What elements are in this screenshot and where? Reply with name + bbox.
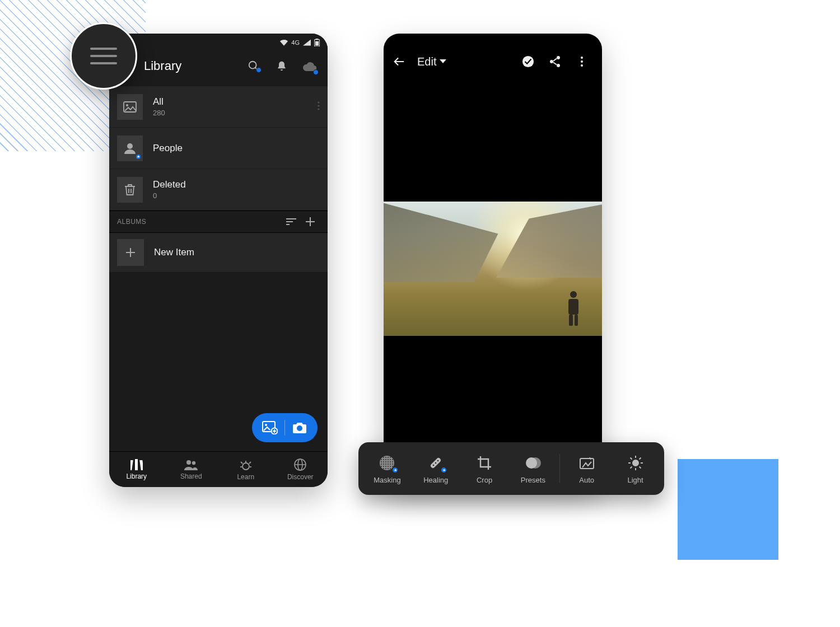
svg-rect-26 <box>130 460 133 470</box>
edit-canvas[interactable] <box>384 78 602 487</box>
image-icon <box>117 94 143 120</box>
svg-point-58 <box>530 457 541 469</box>
library-header: Library <box>109 49 328 83</box>
svg-point-60 <box>633 460 638 466</box>
cloud-icon[interactable] <box>298 55 321 77</box>
svg-rect-28 <box>139 460 143 470</box>
notification-dot <box>256 67 262 73</box>
nav-library[interactable]: Library <box>109 452 164 487</box>
status-bar: 4G <box>109 34 328 49</box>
edit-toolbar: Masking Healing Crop Presets Auto Light <box>358 442 664 495</box>
signal-icon <box>303 39 311 46</box>
tool-masking[interactable]: Masking <box>363 453 412 484</box>
fab-divider <box>284 420 285 436</box>
row-label: People <box>153 143 183 154</box>
tool-presets[interactable]: Presets <box>508 453 557 484</box>
crop-icon <box>475 453 494 472</box>
svg-line-34 <box>249 462 251 464</box>
tool-crop[interactable]: Crop <box>460 453 509 484</box>
tool-label: Crop <box>477 476 492 484</box>
edit-header: Edit <box>384 45 602 78</box>
hamburger-menu-button[interactable] <box>70 22 137 90</box>
svg-point-10 <box>127 143 133 149</box>
more-icon[interactable] <box>571 57 593 67</box>
deleted-row[interactable]: Deleted 0 <box>109 169 328 210</box>
more-icon[interactable] <box>318 101 320 113</box>
hamburger-icon <box>90 48 117 64</box>
new-item-row[interactable]: New Item <box>109 233 328 272</box>
camera-icon[interactable] <box>287 415 312 440</box>
light-icon <box>626 453 645 472</box>
search-icon[interactable] <box>242 55 265 77</box>
nav-label: Library <box>126 472 147 480</box>
sync-dot <box>313 69 319 75</box>
masking-icon <box>377 453 396 472</box>
approve-icon[interactable] <box>517 55 539 68</box>
tool-healing[interactable]: Healing <box>412 453 460 484</box>
photo-preview <box>384 202 602 336</box>
svg-point-49 <box>581 64 583 67</box>
svg-rect-1 <box>316 39 319 40</box>
tool-label: Healing <box>423 476 448 484</box>
svg-line-45 <box>553 59 557 62</box>
tool-auto[interactable]: Auto <box>562 453 611 484</box>
row-label: Deleted <box>153 179 186 190</box>
svg-point-56 <box>437 460 439 461</box>
back-icon[interactable] <box>393 55 413 68</box>
wifi-icon <box>280 39 288 46</box>
sort-icon[interactable] <box>282 218 301 226</box>
people-row[interactable]: ★ People <box>109 128 328 169</box>
add-image-icon[interactable] <box>258 415 282 440</box>
row-label: All <box>153 96 165 107</box>
library-folders: All 280 ★ People <box>109 86 328 210</box>
all-photos-row[interactable]: All 280 <box>109 86 328 128</box>
decorative-blue-square <box>678 459 778 560</box>
svg-rect-2 <box>315 41 319 46</box>
tool-label: Auto <box>579 476 594 484</box>
share-icon[interactable] <box>544 55 566 68</box>
svg-line-66 <box>639 466 641 468</box>
library-screen: 4G Library All <box>109 34 328 487</box>
svg-point-9 <box>318 108 319 110</box>
svg-point-6 <box>126 104 128 106</box>
svg-point-25 <box>297 425 302 431</box>
svg-point-7 <box>318 101 319 103</box>
nav-label: Shared <box>180 472 202 480</box>
add-photo-fab[interactable] <box>252 413 318 442</box>
edit-title: Edit <box>417 55 436 68</box>
trash-icon <box>117 177 143 203</box>
edit-screen: Edit <box>384 34 602 487</box>
svg-point-43 <box>550 60 553 63</box>
nav-label: Learn <box>237 473 254 481</box>
toolbar-separator <box>559 454 560 483</box>
svg-point-42 <box>557 56 560 59</box>
row-count: 0 <box>153 191 186 200</box>
tool-label: Masking <box>374 476 400 484</box>
svg-point-47 <box>581 57 583 59</box>
chevron-down-icon <box>440 59 446 64</box>
svg-line-68 <box>639 457 641 459</box>
nav-shared[interactable]: Shared <box>164 452 219 487</box>
nav-discover[interactable]: Discover <box>273 452 328 487</box>
add-album-icon[interactable] <box>301 217 320 226</box>
nav-learn[interactable]: Learn <box>218 452 273 487</box>
notifications-icon[interactable] <box>270 55 293 77</box>
row-label: New Item <box>154 247 194 258</box>
svg-point-54 <box>433 464 435 466</box>
svg-line-33 <box>241 462 242 464</box>
tool-light[interactable]: Light <box>611 453 660 484</box>
healing-icon <box>426 453 445 472</box>
edit-title-dropdown[interactable]: Edit <box>417 55 446 68</box>
tool-label: Light <box>627 476 643 484</box>
plus-icon <box>117 239 144 266</box>
tool-label: Presets <box>521 476 545 484</box>
albums-section-header: ALBUMS <box>109 210 328 233</box>
svg-point-44 <box>557 64 560 67</box>
svg-point-30 <box>192 461 195 464</box>
presets-icon <box>524 453 543 472</box>
svg-point-31 <box>242 463 249 470</box>
svg-point-29 <box>186 460 191 465</box>
people-icon: ★ <box>117 135 143 161</box>
nav-label: Discover <box>287 473 314 481</box>
row-count: 280 <box>153 109 165 117</box>
